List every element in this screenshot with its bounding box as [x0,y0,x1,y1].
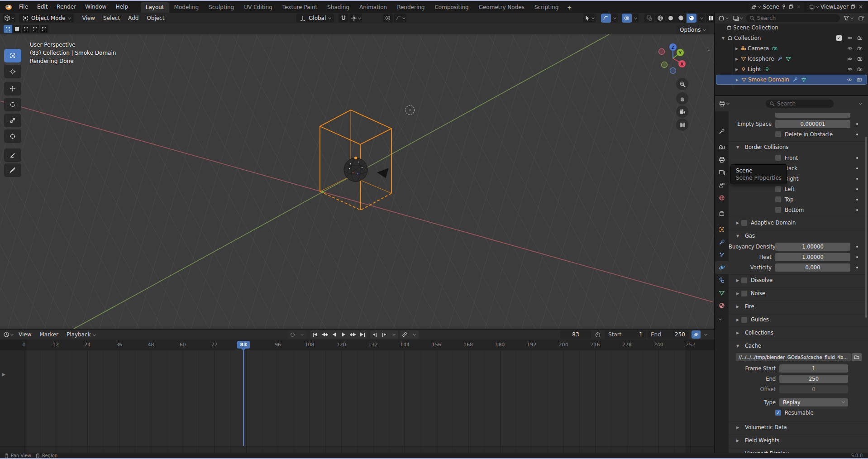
frame-forward-button[interactable] [380,330,389,339]
properties-tab-material[interactable] [715,299,729,312]
panel-adaptive-domain-checkbox[interactable] [741,220,747,226]
panel-cache[interactable]: ▼Cache [729,340,868,351]
mode-dropdown[interactable]: Object Mode [19,14,74,23]
outliner-display-mode-dropdown[interactable] [717,14,730,23]
overlays-toggle-button[interactable] [622,14,632,23]
animate-dot[interactable] [856,188,858,190]
disable-render-toggle[interactable] [857,46,863,51]
property-end-field[interactable]: 250 [779,375,848,383]
panel-volumetric-data[interactable]: ▶Volumetric Data [729,421,868,433]
gizmo-neg-y-axis[interactable] [662,62,668,68]
shading-wireframe-button[interactable] [655,14,665,23]
properties-tab-object-data[interactable] [715,287,729,299]
editor-type-button[interactable] [3,14,15,23]
panel-gas[interactable]: ▼Gas [729,230,868,241]
panel-field-weights[interactable]: ▶Field Weights [729,435,868,446]
collection-checkbox[interactable]: ✓ [836,35,842,41]
viewport-3d[interactable]: Z Y X User Perspective (83) Collection |… [0,34,714,330]
scene-selector[interactable]: Scene × [749,2,804,12]
frame-back-button[interactable] [370,330,379,339]
physics-sync-button[interactable] [692,330,701,339]
property-resumable-checkbox[interactable]: ✓ [775,410,781,416]
panel-dissolve[interactable]: ▶Dissolve [729,274,868,286]
properties-tabs-more-icon[interactable] [719,316,721,322]
visibility-dropdown[interactable] [583,14,596,23]
panel-expanded-icon[interactable]: ▼ [734,145,741,149]
panel-collapsed-icon[interactable]: ▶ [734,292,741,296]
tool-move-button[interactable] [4,82,21,96]
properties-tab-particles[interactable] [715,249,729,261]
timeline-menu-playback[interactable]: Playback [62,330,100,339]
tool-rotate-button[interactable] [4,98,21,111]
zoom-button[interactable] [676,78,688,90]
properties-tab-world[interactable] [715,191,729,204]
auto-keying-button[interactable] [288,330,297,339]
copy-icon[interactable] [788,4,794,10]
select-mode-subtract-button[interactable] [22,25,30,33]
properties-tab-constraints[interactable] [715,274,729,287]
properties-tab-modifiers[interactable] [715,236,729,249]
tool-measure-button[interactable] [4,163,21,177]
properties-search-input[interactable]: Search [766,100,834,108]
play-reverse-button[interactable] [329,330,339,339]
hide-viewport-toggle[interactable] [847,67,853,72]
properties-tab-tool[interactable] [715,125,729,138]
cache-path-field[interactable]: //../../../tmp/blender_GOdaSx/cache_flui… [736,353,851,361]
previous-keyframe-button[interactable] [320,330,329,339]
properties-tab-view-layer[interactable] [715,166,729,179]
tool-select-box-button[interactable] [4,49,21,62]
outliner-filter-type-dropdown[interactable] [731,14,744,23]
hide-viewport-toggle[interactable] [847,77,852,82]
workspace-tab-animation[interactable]: Animation [354,2,392,13]
navigation-gizmo[interactable]: Z Y X [659,43,686,74]
playback-sync-dropdown[interactable] [410,330,419,339]
panel-fire[interactable]: ▶Fire [729,301,868,312]
timeline-divider[interactable] [0,329,714,330]
jump-to-start-button[interactable] [310,330,320,339]
outliner-row-camera[interactable]: ▶Camera [716,43,867,53]
outliner-row-smoke-domain[interactable]: ▶Smoke Domain [716,75,867,85]
shading-solid-button[interactable] [666,14,676,23]
proportional-edit-button[interactable] [383,14,393,23]
viewlayer-selector[interactable]: ViewLayer × [807,2,866,12]
panel-collapsed-icon[interactable]: ▶ [734,452,741,453]
viewport-menu-object[interactable]: Object [143,13,168,24]
workspace-tab-rendering[interactable]: Rendering [392,2,429,13]
outliner-row-light[interactable]: ▶Light [716,64,867,74]
panel-collapsed-icon[interactable]: ▶ [734,426,741,430]
property-delete-in-obstacle-checkbox[interactable] [775,131,781,137]
property-offset-field[interactable]: 0 [779,385,848,393]
menu-render[interactable]: Render [52,1,81,13]
menu-window[interactable]: Window [81,1,111,13]
disable-render-toggle[interactable] [857,56,863,62]
options-dropdown[interactable]: Options [676,25,709,34]
menu-edit[interactable]: Edit [33,1,52,13]
panel-divider-vertical[interactable] [714,13,715,453]
properties-tab-physics[interactable] [715,261,729,274]
pin-icon[interactable] [781,4,787,10]
workspace-tab-texture-paint[interactable]: Texture Paint [277,2,322,13]
browse-folder-button[interactable] [852,353,862,361]
properties-scrollbar[interactable] [865,137,867,318]
properties-tab-scene[interactable] [715,179,729,191]
panel-collapsed-icon[interactable]: ▶ [734,305,741,309]
properties-options-dropdown[interactable] [859,101,862,105]
properties-tab-collection[interactable] [715,207,729,220]
play-button[interactable] [339,330,348,339]
cone-object[interactable] [377,168,388,178]
workspace-tab-geometry-nodes[interactable]: Geometry Nodes [474,2,529,13]
panel-collapsed-icon[interactable]: ▶ [734,318,741,322]
panel-viewport-display[interactable]: ▶Viewport Display [729,448,868,453]
ortho-toggle-button[interactable] [676,119,688,131]
property-empty-space-field[interactable]: 0.000001 [775,120,850,128]
panel-collections[interactable]: ▶Collections [729,327,868,338]
shading-rendered-button[interactable] [687,14,696,23]
expander-open-icon[interactable]: ▼ [720,36,726,40]
panel-collapsed-icon[interactable]: ▶ [734,439,741,443]
workspace-tab-scripting[interactable]: Scripting [529,2,563,13]
animate-dot[interactable] [856,157,858,159]
hide-viewport-toggle[interactable] [847,46,853,51]
outliner-search-input[interactable]: Search [746,14,840,22]
timeline-ruler[interactable]: 0122436486072961081201321441561681801922… [0,339,714,350]
animate-dot[interactable] [856,167,858,169]
